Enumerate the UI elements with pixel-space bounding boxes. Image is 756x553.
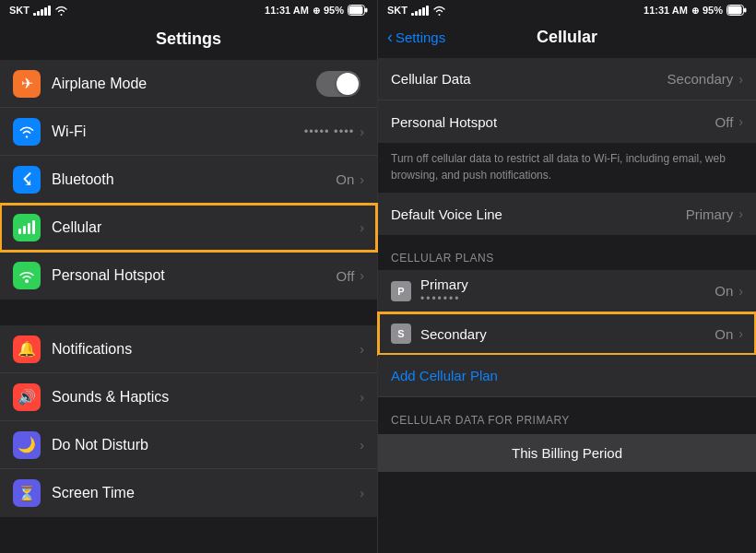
hotspot-chevron: › bbox=[360, 268, 364, 283]
left-carrier: SKT bbox=[9, 5, 30, 16]
notifications-icon: 🔔 bbox=[13, 335, 41, 363]
screentime-chevron: › bbox=[360, 486, 364, 500]
dnd-icon: 🌙 bbox=[13, 431, 41, 459]
left-section-gap bbox=[0, 300, 377, 325]
notifications-label: Notifications bbox=[52, 341, 360, 358]
left-status-right: 11:31 AM ⊕ 95% bbox=[265, 5, 368, 16]
right-status-left: SKT bbox=[387, 5, 446, 16]
settings-row-personal-hotspot[interactable]: Personal Hotspot Off › bbox=[0, 252, 377, 300]
right-row-hotspot[interactable]: Personal Hotspot Off › bbox=[378, 100, 756, 143]
settings-row-wifi[interactable]: Wi-Fi ••••• •••• › bbox=[0, 108, 377, 156]
back-chevron: ‹ bbox=[387, 28, 393, 47]
secondary-plan-chevron: › bbox=[738, 326, 743, 341]
right-battery-icon bbox=[726, 5, 747, 16]
right-status-bar: SKT 11:31 AM ⊕ 95% bbox=[378, 0, 756, 20]
billing-period-label: This Billing Period bbox=[512, 445, 622, 461]
left-group-2: 🔔 Notifications › 🔊 Sounds & Haptics › 🌙… bbox=[0, 325, 377, 517]
left-panel: SKT 11:31 AM ⊕ 95% bbox=[0, 0, 378, 553]
sounds-chevron: › bbox=[360, 390, 364, 405]
left-location-icon: ⊕ bbox=[313, 6, 320, 16]
secondary-plan-label: Secondary bbox=[420, 326, 715, 342]
left-group-1: ✈ Airplane Mode Wi-Fi ••••• •••• › ☇ B bbox=[0, 60, 377, 300]
secondary-plan-value: On bbox=[715, 326, 733, 342]
settings-row-notifications[interactable]: 🔔 Notifications › bbox=[0, 325, 377, 373]
settings-row-cellular[interactable]: Cellular › bbox=[0, 204, 377, 252]
right-group-2: Default Voice Line Primary › bbox=[378, 193, 756, 235]
bluetooth-label: Bluetooth bbox=[52, 171, 336, 188]
hotspot-value: Off bbox=[337, 268, 355, 284]
right-hotspot-value: Off bbox=[715, 114, 734, 130]
left-status-bar: SKT 11:31 AM ⊕ 95% bbox=[0, 0, 377, 20]
cellular-chevron: › bbox=[360, 220, 364, 235]
default-voice-chevron: › bbox=[738, 206, 743, 221]
cellular-data-label: Cellular Data bbox=[391, 71, 667, 87]
right-time: 11:31 AM bbox=[644, 5, 688, 16]
settings-row-airplane-mode[interactable]: ✈ Airplane Mode bbox=[0, 60, 377, 108]
billing-period-row[interactable]: This Billing Period bbox=[378, 434, 756, 472]
hotspot-label: Personal Hotspot bbox=[52, 267, 337, 284]
sounds-icon: 🔊 bbox=[13, 383, 41, 411]
right-battery-pct: 95% bbox=[703, 5, 723, 16]
back-button[interactable]: ‹ Settings bbox=[387, 28, 445, 47]
right-wifi-icon bbox=[432, 6, 446, 16]
airplane-toggle[interactable] bbox=[316, 71, 360, 97]
right-panel: SKT 11:31 AM ⊕ 95% bbox=[378, 0, 756, 553]
cellular-settings-icon bbox=[18, 220, 35, 234]
cellular-data-value: Secondary bbox=[667, 71, 734, 87]
airplane-label: Airplane Mode bbox=[52, 76, 316, 92]
svg-point-7 bbox=[25, 279, 29, 283]
left-page-title: Settings bbox=[0, 20, 377, 60]
cellular-data-chevron: › bbox=[738, 72, 743, 87]
settings-row-bluetooth[interactable]: ☇ Bluetooth On › bbox=[0, 156, 377, 204]
primary-plan-value: On bbox=[715, 283, 733, 299]
right-signal-bars bbox=[411, 6, 429, 16]
cellular-hint: Turn off cellular data to restrict all d… bbox=[378, 143, 756, 193]
right-nav-title: Cellular bbox=[537, 28, 597, 47]
right-status-right: 11:31 AM ⊕ 95% bbox=[644, 5, 747, 16]
primary-plan-info: Primary ••••••• bbox=[420, 276, 715, 305]
settings-row-sounds[interactable]: 🔊 Sounds & Haptics › bbox=[0, 373, 377, 421]
settings-row-dnd[interactable]: 🌙 Do Not Disturb › bbox=[0, 421, 377, 469]
primary-plan-chevron: › bbox=[738, 284, 743, 299]
bluetooth-row-icon: ☇ bbox=[13, 166, 41, 194]
cellular-data-header: CELLULAR DATA FOR PRIMARY bbox=[378, 397, 756, 432]
cellular-row-icon bbox=[13, 214, 41, 241]
battery-icon bbox=[348, 5, 368, 16]
hotspot-row-icon bbox=[13, 262, 41, 289]
wifi-icon bbox=[54, 6, 68, 16]
svg-rect-4 bbox=[23, 226, 26, 234]
secondary-plan-icon: S bbox=[391, 324, 411, 344]
wifi-label: Wi-Fi bbox=[52, 124, 304, 140]
right-row-secondary[interactable]: S Secondary On › bbox=[378, 312, 756, 355]
signal-bars bbox=[33, 6, 51, 16]
primary-plan-label: Primary bbox=[420, 276, 715, 292]
add-plan-label: Add Cellular Plan bbox=[391, 368, 498, 383]
right-hotspot-chevron: › bbox=[738, 114, 743, 129]
svg-rect-3 bbox=[18, 229, 21, 234]
svg-rect-6 bbox=[32, 220, 35, 234]
right-row-cellular-data[interactable]: Cellular Data Secondary › bbox=[378, 58, 756, 100]
right-carrier: SKT bbox=[387, 5, 408, 16]
add-plan-row[interactable]: Add Cellular Plan bbox=[378, 355, 756, 397]
wifi-settings-icon bbox=[18, 125, 35, 138]
settings-row-screentime[interactable]: ⏳ Screen Time › bbox=[0, 469, 377, 517]
left-time: 11:31 AM bbox=[265, 5, 309, 16]
right-nav-bar: ‹ Settings Cellular bbox=[378, 20, 756, 58]
default-voice-label: Default Voice Line bbox=[391, 206, 686, 222]
bluetooth-value: On bbox=[336, 171, 354, 187]
wifi-row-icon bbox=[13, 118, 41, 146]
svg-rect-2 bbox=[365, 8, 368, 13]
screentime-label: Screen Time bbox=[52, 485, 360, 501]
default-voice-value: Primary bbox=[686, 206, 734, 222]
right-plans-group: P Primary ••••••• On › S Secondary On › bbox=[378, 270, 756, 355]
back-label: Settings bbox=[396, 29, 445, 45]
hotspot-settings-icon bbox=[18, 268, 35, 284]
left-battery-pct: 95% bbox=[324, 5, 344, 16]
svg-rect-5 bbox=[28, 223, 30, 234]
sounds-label: Sounds & Haptics bbox=[52, 389, 360, 406]
wifi-value: ••••• •••• bbox=[304, 124, 355, 138]
svg-rect-10 bbox=[744, 8, 747, 13]
primary-plan-sublabel: ••••••• bbox=[420, 292, 715, 305]
right-row-default-voice[interactable]: Default Voice Line Primary › bbox=[378, 193, 756, 235]
right-row-primary[interactable]: P Primary ••••••• On › bbox=[378, 270, 756, 312]
